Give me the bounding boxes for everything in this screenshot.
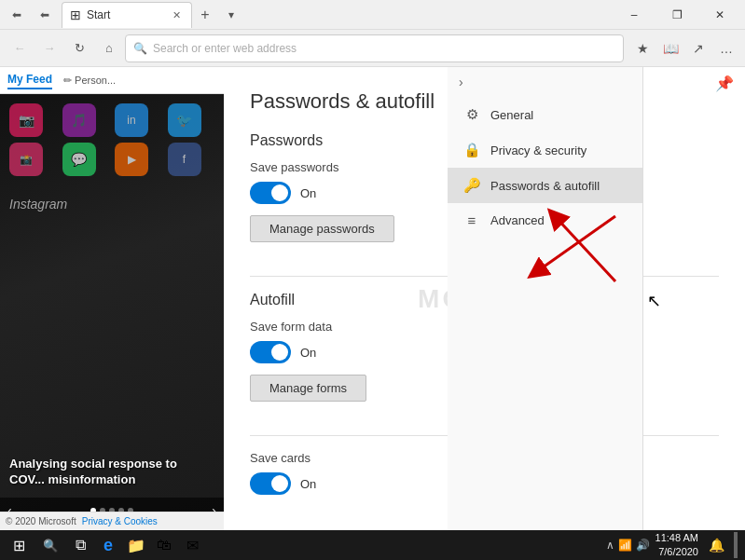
feed-tabs: My Feed ✏ Person... bbox=[0, 67, 224, 94]
save-cards-on-label: On bbox=[300, 477, 316, 491]
save-form-on-label: On bbox=[300, 346, 316, 360]
privacy-cookies-link[interactable]: Privacy & Cookies bbox=[82, 516, 158, 526]
start-icon: ⊞ bbox=[13, 537, 25, 554]
save-cards-toggle[interactable] bbox=[250, 472, 291, 495]
article-card: 📷 🎵 in 🐦 📸 💬 ▶ f Instagram Analysing soc… bbox=[0, 94, 224, 524]
notification-btn[interactable]: 🔔 bbox=[704, 532, 728, 558]
titlebar-controls: – ❐ ✕ bbox=[613, 0, 741, 30]
save-passwords-on-label: On bbox=[300, 186, 316, 200]
folder-btn[interactable]: 📁 bbox=[123, 532, 149, 558]
taskbar-search-icon: 🔍 bbox=[43, 539, 58, 553]
volume-icon[interactable]: 🔊 bbox=[636, 539, 650, 552]
clock-date: 7/6/2020 bbox=[655, 545, 698, 559]
copyright-bar: © 2020 Microsoft Privacy & Cookies bbox=[0, 512, 224, 530]
back-history-btn[interactable]: ⬅ bbox=[4, 2, 30, 28]
menu-advanced-label: Advanced bbox=[490, 213, 545, 227]
article-overlay: Analysing social response to COV... misi… bbox=[0, 449, 224, 496]
home-btn[interactable]: ⌂ bbox=[95, 34, 123, 62]
navbar: ← → ↻ ⌂ 🔍 Search or enter web address ★ … bbox=[0, 30, 745, 67]
mail-btn[interactable]: ✉ bbox=[179, 532, 205, 558]
titlebar-left: ⬅ ⬅ bbox=[4, 2, 58, 28]
forward-history-btn[interactable]: ⬅ bbox=[32, 2, 58, 28]
save-form-toggle[interactable] bbox=[250, 341, 291, 363]
tab-dropdown-btn[interactable]: ▾ bbox=[218, 2, 244, 28]
close-btn[interactable]: ✕ bbox=[698, 0, 741, 30]
tab-area: ⊞ Start ✕ + ▾ bbox=[62, 2, 613, 28]
store-btn[interactable]: 🛍 bbox=[151, 532, 177, 558]
share-btn[interactable]: ↗ bbox=[685, 35, 711, 61]
menu-item-advanced[interactable]: ≡ Advanced bbox=[448, 203, 642, 238]
tab-my-feed[interactable]: My Feed bbox=[7, 71, 52, 89]
menu-item-passwords[interactable]: 🔑 Passwords & autofill bbox=[448, 168, 642, 203]
new-tab-btn[interactable]: + bbox=[192, 2, 218, 28]
manage-passwords-btn[interactable]: Manage passwords bbox=[250, 215, 394, 242]
taskbar-search-btn[interactable]: 🔍 bbox=[37, 532, 63, 558]
manage-forms-btn[interactable]: Manage forms bbox=[250, 375, 366, 402]
privacy-icon: 🔒 bbox=[462, 142, 481, 158]
save-passwords-toggle[interactable] bbox=[250, 182, 291, 204]
titlebar: ⬅ ⬅ ⊞ Start ✕ + ▾ – ❐ ✕ bbox=[0, 0, 745, 30]
favorites-btn[interactable]: ★ bbox=[629, 35, 655, 61]
pin-icon[interactable]: 📌 bbox=[715, 75, 734, 92]
taskbar: ⊞ 🔍 ⧉ e 📁 🛍 ✉ ∧ 📶 🔊 11:48 AM 7/6/2020 🔔 bbox=[0, 530, 745, 560]
nav-icons-right: ★ 📖 ↗ … bbox=[629, 35, 739, 61]
copyright-text: © 2020 Microsoft bbox=[6, 516, 76, 526]
clock[interactable]: 11:48 AM 7/6/2020 bbox=[655, 531, 698, 560]
settings-area: › ⚙ General 🔒 Privacy & security 🔑 Passw… bbox=[224, 67, 745, 530]
show-desktop-btn[interactable] bbox=[734, 532, 738, 558]
passwords-icon: 🔑 bbox=[462, 177, 481, 194]
article-title: Analysing social response to COV... misi… bbox=[9, 457, 214, 488]
reading-btn[interactable]: 📖 bbox=[657, 35, 683, 61]
general-icon: ⚙ bbox=[462, 106, 481, 123]
settings-menu: › ⚙ General 🔒 Privacy & security 🔑 Passw… bbox=[448, 67, 643, 530]
menu-back-arrow[interactable]: › bbox=[448, 67, 642, 97]
refresh-btn[interactable]: ↻ bbox=[65, 34, 93, 62]
taskbar-pinned-items: ⧉ e 📁 🛍 ✉ bbox=[67, 532, 205, 558]
address-placeholder: Search or enter web address bbox=[153, 42, 297, 55]
edge-btn[interactable]: e bbox=[95, 532, 121, 558]
network-icon[interactable]: 📶 bbox=[618, 539, 632, 552]
task-view-btn[interactable]: ⧉ bbox=[67, 532, 93, 558]
address-bar[interactable]: 🔍 Search or enter web address bbox=[125, 34, 624, 62]
system-tray-icons: ∧ 📶 🔊 bbox=[606, 539, 650, 552]
menu-item-privacy[interactable]: 🔒 Privacy & security bbox=[448, 132, 642, 168]
menu-passwords-label: Passwords & autofill bbox=[490, 179, 600, 193]
tab-start[interactable]: ⊞ Start ✕ bbox=[62, 2, 192, 28]
taskbar-right: ∧ 📶 🔊 11:48 AM 7/6/2020 🔔 bbox=[606, 531, 745, 560]
advanced-icon: ≡ bbox=[462, 212, 481, 228]
start-button[interactable]: ⊞ bbox=[0, 530, 37, 560]
search-icon: 🔍 bbox=[133, 42, 147, 55]
menu-item-general[interactable]: ⚙ General bbox=[448, 97, 642, 132]
tab-personalize[interactable]: ✏ Person... bbox=[63, 73, 116, 89]
clock-time: 11:48 AM bbox=[655, 531, 698, 545]
back-btn[interactable]: ← bbox=[6, 34, 34, 62]
menu-privacy-label: Privacy & security bbox=[490, 143, 586, 157]
forward-btn[interactable]: → bbox=[35, 34, 63, 62]
tab-close-btn[interactable]: ✕ bbox=[169, 7, 184, 22]
tab-start-icon: ⊞ bbox=[70, 7, 81, 22]
more-btn[interactable]: … bbox=[713, 35, 739, 61]
tray-up-icon[interactable]: ∧ bbox=[606, 539, 614, 552]
menu-general-label: General bbox=[490, 108, 533, 122]
left-panel: My Feed ✏ Person... 📷 🎵 in 🐦 📸 💬 ▶ f bbox=[0, 67, 224, 530]
browser-content: My Feed ✏ Person... 📷 🎵 in 🐦 📸 💬 ▶ f bbox=[0, 67, 745, 530]
maximize-btn[interactable]: ❐ bbox=[655, 0, 698, 30]
minimize-btn[interactable]: – bbox=[613, 0, 655, 30]
tab-start-label: Start bbox=[87, 8, 110, 21]
